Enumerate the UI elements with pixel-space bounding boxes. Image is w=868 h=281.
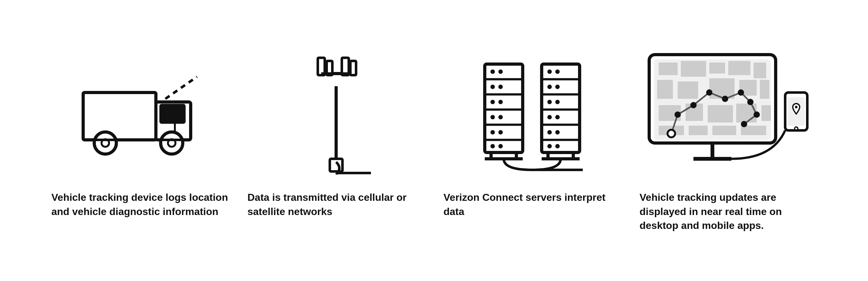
svg-point-53: [555, 100, 560, 104]
diagram-container: Vehicle tracking device logs location an…: [23, 36, 845, 245]
svg-point-37: [498, 144, 503, 148]
svg-line-9: [165, 77, 197, 99]
svg-point-100: [795, 127, 798, 130]
svg-point-28: [491, 84, 495, 89]
svg-rect-16: [350, 61, 356, 75]
svg-point-57: [555, 130, 560, 135]
truck-icon-area: [52, 48, 228, 181]
svg-point-48: [547, 69, 552, 74]
svg-point-52: [547, 100, 552, 104]
svg-point-93: [738, 90, 744, 96]
svg-point-36: [491, 144, 495, 148]
svg-point-55: [555, 115, 560, 119]
svg-point-31: [498, 100, 503, 104]
svg-point-49: [555, 69, 560, 74]
svg-point-32: [491, 115, 495, 119]
svg-point-92: [722, 96, 728, 102]
step-tower: Data is transmitted via cellular or sate…: [238, 48, 434, 219]
svg-point-27: [498, 69, 503, 74]
svg-rect-70: [681, 61, 706, 77]
svg-point-29: [498, 84, 503, 89]
step-truck-caption: Vehicle tracking device logs location an…: [52, 190, 228, 219]
tower-icon-area: [248, 48, 425, 181]
svg-rect-72: [728, 61, 750, 75]
svg-point-88: [668, 130, 675, 137]
svg-point-51: [555, 84, 560, 89]
servers-icon: [482, 58, 583, 171]
svg-rect-86: [712, 126, 736, 135]
svg-rect-81: [708, 105, 733, 122]
step-monitor: Vehicle tracking updates are displayed i…: [630, 48, 826, 233]
svg-rect-0: [83, 93, 156, 140]
svg-point-94: [747, 99, 753, 105]
truck-icon: [80, 74, 200, 156]
step-monitor-caption: Vehicle tracking updates are displayed i…: [640, 190, 817, 233]
step-truck: Vehicle tracking device logs location an…: [42, 48, 238, 219]
svg-rect-69: [659, 63, 678, 75]
svg-rect-11: [330, 159, 342, 171]
svg-rect-85: [689, 126, 708, 135]
svg-rect-74: [657, 80, 673, 99]
svg-rect-73: [753, 63, 766, 78]
svg-point-95: [753, 111, 760, 118]
svg-point-34: [491, 130, 495, 135]
svg-point-30: [491, 100, 495, 104]
svg-point-33: [498, 115, 503, 119]
svg-point-50: [547, 84, 552, 89]
svg-rect-83: [762, 105, 771, 121]
svg-point-59: [555, 144, 560, 148]
svg-rect-71: [709, 63, 725, 74]
svg-point-54: [547, 115, 552, 119]
monitor-icon-area: [640, 48, 817, 181]
svg-point-99: [795, 106, 798, 108]
svg-point-96: [741, 121, 747, 127]
svg-point-89: [675, 111, 681, 118]
svg-point-56: [547, 130, 552, 135]
svg-rect-75: [678, 81, 698, 99]
svg-point-90: [690, 102, 696, 108]
step-servers-caption: Verizon Connect servers interpret data: [444, 190, 621, 219]
svg-rect-82: [736, 104, 757, 122]
svg-rect-78: [760, 80, 769, 99]
monitor-icon: [646, 51, 810, 178]
svg-point-35: [498, 130, 503, 135]
svg-point-26: [491, 69, 495, 74]
step-servers: Verizon Connect servers interpret data: [434, 48, 630, 219]
step-tower-caption: Data is transmitted via cellular or sate…: [248, 190, 425, 219]
svg-point-58: [547, 144, 552, 148]
servers-icon-area: [444, 48, 621, 181]
svg-point-91: [706, 90, 712, 96]
svg-rect-2: [161, 105, 184, 122]
tower-icon: [301, 55, 371, 175]
